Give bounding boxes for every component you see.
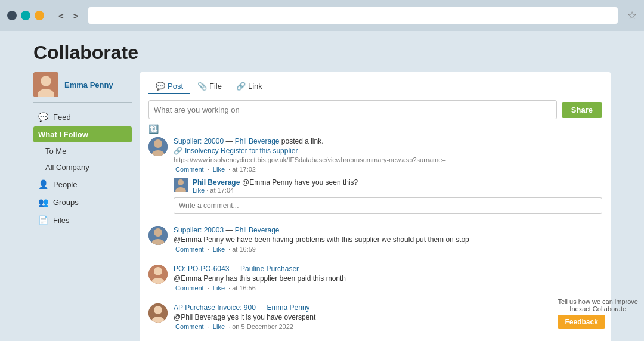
comment-like-action[interactable]: Like: [193, 187, 205, 194]
comment-text: @Emma Penny have you seen this?: [242, 178, 358, 187]
feed-icon: 💬: [38, 112, 48, 122]
page-content: Collaborate Emma Penny 💬: [0, 31, 644, 341]
svg-point-10: [154, 228, 162, 237]
tab-file[interactable]: 📎 File: [190, 79, 229, 94]
refresh-icon[interactable]: 🔃: [148, 124, 602, 134]
post-time: at 16:59: [232, 246, 256, 253]
main-layout: Emma Penny 💬 Feed What I Follow To Me: [0, 72, 644, 341]
back-button[interactable]: <: [55, 10, 67, 22]
feed-header: AP Purchase Invoice: 900 — Emma Penny: [174, 303, 602, 312]
link-icon: 🔗: [174, 147, 182, 155]
comment-action[interactable]: Comment: [175, 323, 204, 330]
feed-link-url: https://www.insolvencydirect.bis.gov.uk/…: [174, 156, 602, 163]
post-tab-label: Post: [168, 82, 183, 91]
link-title-text: Insolvency Register for this supplier: [185, 147, 298, 155]
feed-actions: Comment · Like · at 17:02: [174, 166, 602, 173]
sidebar-item-groups[interactable]: 👥 Groups: [33, 194, 132, 210]
content-area: 💬 Post 📎 File 🔗 Link Share 🔃: [140, 72, 611, 341]
feed-user-link[interactable]: Emma Penny: [267, 303, 310, 312]
link-tab-label: Link: [248, 82, 262, 91]
feed-actions: Comment · Like · on 5 December 2022: [174, 323, 602, 330]
comment-action[interactable]: Comment: [175, 246, 204, 253]
browser-bar: < > ☆: [0, 0, 644, 31]
feed-context-link[interactable]: AP Purchase Invoice: 900: [174, 303, 256, 312]
avatar: [148, 265, 168, 284]
user-name-label[interactable]: Emma Penny: [64, 80, 113, 89]
browser-nav: < >: [55, 10, 82, 22]
feed-header: Supplier: 20003 — Phil Beverage: [174, 226, 602, 234]
groups-icon: 👥: [38, 197, 48, 207]
post-time: at 17:02: [232, 166, 256, 173]
files-label: Files: [53, 216, 69, 225]
feed-context-link[interactable]: Supplier: 20003: [174, 226, 224, 234]
avatar: [148, 226, 168, 245]
post-time: at 16:56: [232, 284, 256, 292]
feed-text: @Emma Penny we have been having problems…: [174, 235, 602, 244]
feed-text: @Emma Penny has this supplier been paid …: [174, 274, 602, 283]
page-title-bar: Collaborate: [0, 31, 644, 72]
groups-label: Groups: [53, 198, 79, 207]
sidebar-item-what-i-follow[interactable]: What I Follow: [33, 126, 132, 142]
post-input[interactable]: [148, 100, 557, 119]
svg-point-4: [154, 140, 162, 148]
comment-action[interactable]: Comment: [175, 166, 204, 173]
feed-body: PO: PO-PO-6043 — Pauline Purchaser @Emma…: [174, 265, 602, 292]
feed-item: PO: PO-PO-6043 — Pauline Purchaser @Emma…: [148, 265, 602, 295]
like-action[interactable]: Like: [213, 246, 225, 253]
feed-body: AP Purchase Invoice: 900 — Emma Penny @P…: [174, 303, 602, 330]
comment-item: Phil Beverage @Emma Penny have you seen …: [174, 178, 602, 194]
page-title: Collaborate: [33, 42, 611, 64]
like-action[interactable]: Like: [213, 284, 225, 292]
url-bar[interactable]: [88, 7, 618, 24]
feed-actions: Comment · Like · at 16:59: [174, 246, 602, 253]
feed-user-link[interactable]: Phil Beverage: [235, 226, 280, 234]
feed-header: PO: PO-PO-6043 — Pauline Purchaser: [174, 265, 602, 273]
file-tab-label: File: [209, 82, 222, 91]
bookmark-star-icon[interactable]: ☆: [627, 9, 637, 22]
what-i-follow-label: What I Follow: [38, 130, 88, 139]
feed-text: @Phil Beverage yes it is you have oversp…: [174, 313, 602, 321]
feed-context-link[interactable]: Supplier: 20000: [174, 137, 224, 145]
svg-point-7: [178, 179, 184, 185]
share-button[interactable]: Share: [562, 102, 602, 118]
feed-user-link[interactable]: Pauline Purchaser: [240, 265, 299, 273]
feed-link-title[interactable]: 🔗 Insolvency Register for this supplier: [174, 147, 602, 155]
sidebar: Emma Penny 💬 Feed What I Follow To Me: [33, 72, 132, 341]
sidebar-item-all-company[interactable]: All Company: [33, 160, 132, 175]
forward-button[interactable]: >: [70, 10, 82, 22]
tab-link[interactable]: 🔗 Link: [229, 79, 270, 94]
svg-point-16: [154, 306, 162, 314]
like-action[interactable]: Like: [213, 166, 225, 173]
comment-author[interactable]: Phil Beverage: [193, 178, 240, 187]
feed-item: Supplier: 20000 — Phil Beverage posted a…: [148, 137, 602, 218]
sidebar-item-to-me[interactable]: To Me: [33, 144, 132, 159]
svg-point-13: [154, 267, 162, 275]
svg-point-1: [41, 76, 51, 86]
file-tab-icon: 📎: [197, 82, 207, 91]
sidebar-item-feed[interactable]: 💬 Feed: [33, 108, 132, 125]
dot-orange: [35, 11, 44, 20]
feed-context-link[interactable]: PO: PO-PO-6043: [174, 265, 229, 273]
people-label: People: [53, 180, 77, 189]
sidebar-item-files[interactable]: 📄 Files: [33, 212, 132, 228]
sidebar-nav: 💬 Feed What I Follow To Me All Company: [33, 108, 132, 228]
feed-user-link[interactable]: Phil Beverage: [235, 137, 280, 145]
sidebar-item-people[interactable]: 👤 People: [33, 176, 132, 193]
like-action[interactable]: Like: [213, 323, 225, 330]
post-tabs: 💬 Post 📎 File 🔗 Link: [148, 79, 602, 94]
browser-dots: [7, 11, 44, 20]
comment-input[interactable]: [174, 197, 602, 214]
feedback-message: Tell us how we can improve Inexact Colla…: [558, 298, 638, 312]
feedback-button[interactable]: Feedback: [558, 315, 605, 329]
tab-post[interactable]: 💬 Post: [148, 79, 190, 94]
post-tab-icon: 💬: [156, 82, 165, 91]
avatar: [148, 303, 168, 323]
sidebar-divider: [33, 102, 132, 103]
feed-body: Supplier: 20003 — Phil Beverage @Emma Pe…: [174, 226, 602, 253]
link-tab-icon: 🔗: [236, 82, 246, 91]
feedback-widget: Tell us how we can improve Inexact Colla…: [558, 298, 638, 329]
feed-actions: Comment · Like · at 16:56: [174, 284, 602, 292]
avatar: [174, 178, 188, 192]
files-icon: 📄: [38, 215, 48, 225]
comment-action[interactable]: Comment: [175, 284, 204, 292]
